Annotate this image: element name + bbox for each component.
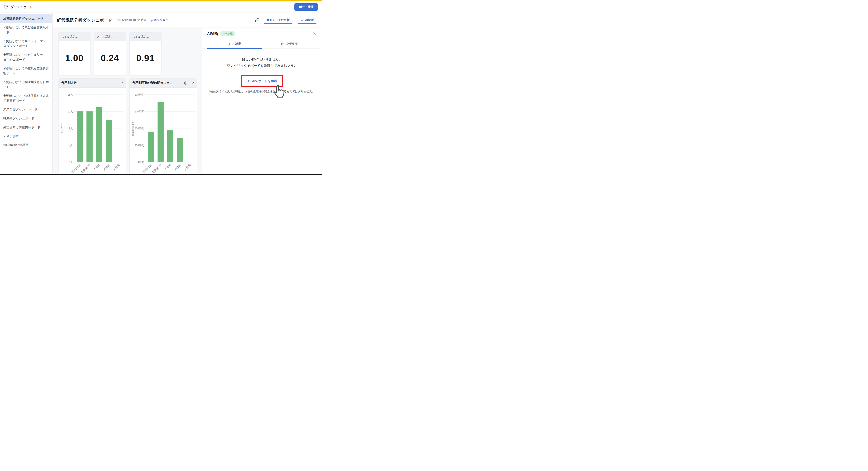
panel-lead-line-1: 難しい操作はいりません。 xyxy=(202,56,322,62)
share-link-icon[interactable] xyxy=(255,18,259,22)
sidebar-board-item-4[interactable]: ※更新しないで※長期経営課題分析ボード xyxy=(0,64,52,78)
ai-diagnosis-panel: AI診断 ベータ版 xyxy=(202,28,322,174)
sidebar-board-item-0[interactable]: 経営課題分析ダッシュボード xyxy=(0,14,52,23)
kpi-card-title: スキル認定... xyxy=(130,32,161,41)
sidebar-board-item-7[interactable]: 未来予測ダッシュボード xyxy=(0,105,52,114)
svg-text:0時間: 0時間 xyxy=(137,161,144,164)
sparkle-icon xyxy=(300,19,304,22)
app-logo: ダッシュボード xyxy=(4,4,33,9)
svg-text:8人: 8人 xyxy=(69,127,73,130)
svg-text:600時間: 600時間 xyxy=(134,110,144,113)
sparkle-icon xyxy=(228,42,231,46)
kpi-card-skill-3[interactable]: スキル認定... 0.91 xyxy=(129,32,161,75)
svg-text:0人: 0人 xyxy=(69,161,73,164)
dashboard-monitor-icon xyxy=(4,4,9,9)
kpi-card-skill-1[interactable]: スキル認定... 1.00 xyxy=(58,32,90,75)
sidebar-board-item-6[interactable]: ※更新しないで※経営層向け未来予測共有ボード xyxy=(0,91,52,105)
sidebar-board-item-3[interactable]: ※更新しないで※セキュリティダッシュボード xyxy=(0,50,52,64)
kpi-card-skill-2[interactable]: スキル認定... 0.24 xyxy=(94,32,126,75)
sidebar-board-item-1[interactable]: ※更新しないで※全社品質状況ボード xyxy=(0,23,52,37)
svg-text:4人: 4人 xyxy=(69,144,73,147)
svg-text:未所属: 未所属 xyxy=(184,164,191,171)
kpi-card-value: 1.00 xyxy=(59,41,90,75)
svg-text:経理部: 経理部 xyxy=(103,164,110,171)
chart-card-overtime[interactable]: 部門別平均残業時間ガジェ... xyxy=(129,78,197,174)
show-history-link[interactable]: 履歴を表示 xyxy=(150,18,168,22)
panel-tabs: AI診断 診断履歴 xyxy=(202,39,322,49)
svg-text:人事部: 人事部 xyxy=(93,164,101,171)
kpi-card-value: 0.91 xyxy=(130,41,161,75)
close-icon[interactable] xyxy=(313,32,317,35)
bar-chart-overtime: 残業時間平均0時間200時間400時間600時間800時間営業第1部営業第2部人… xyxy=(130,88,197,174)
svg-text:400時間: 400時間 xyxy=(134,127,144,130)
sidebar-board-item-2[interactable]: ※更新しないで※パフォーマンスダッシュボード xyxy=(0,37,52,50)
tab-ai-diagnosis[interactable]: AI診断 xyxy=(207,39,262,49)
app-title: ダッシュボード xyxy=(11,5,33,9)
svg-text:200時間: 200時間 xyxy=(134,144,144,147)
bar-chart-member-count: メンバー0人4人8人12人16人営業第1部営業第2部人事部経理部未所属 xyxy=(59,88,126,174)
panel-title: AI診断 xyxy=(207,31,218,36)
svg-text:経理部: 経理部 xyxy=(174,164,181,171)
app-header: ダッシュボード ボード管理 xyxy=(0,1,322,13)
history-clock-icon xyxy=(150,19,153,22)
tutorial-highlight-box: AIでボードを診断 xyxy=(241,75,283,87)
kpi-card-title: スキル認定... xyxy=(59,32,90,41)
kpi-card-title: スキル認定... xyxy=(94,32,126,41)
board-canvas: スキル認定... 1.00 スキル認定... 0.24 スキル認定... 0.9… xyxy=(53,28,202,174)
dashboard-app-window: ダッシュボード ボード管理 経営課題分析ダッシュボード※更新しないで※全社品質状… xyxy=(0,0,322,175)
expand-icon[interactable] xyxy=(190,81,194,85)
sidebar-board-item-11[interactable]: 2025年度組織状態 xyxy=(0,140,52,149)
data-timestamp: 2025/12/18 10:52 時点 xyxy=(117,18,146,22)
chart-card-member-count[interactable]: 部門別人数 メンバー0人4人8人12人16人営業第1部営業第2部人事部経理部未所… xyxy=(58,78,126,174)
svg-text:残業時間平均: 残業時間平均 xyxy=(131,121,134,136)
ai-disclaimer-note: ※生成AIが作成した診断は、内容の正確性や完全性を保証するものではありません。 xyxy=(202,90,322,93)
panel-lead-line-2: ワンクリックでボードを診断してみましょう。 xyxy=(202,62,322,69)
svg-text:営業第1部: 営業第1部 xyxy=(142,164,152,174)
svg-text:メンバー: メンバー xyxy=(60,123,63,134)
kpi-card-value: 0.24 xyxy=(94,41,126,75)
sidebar-board-item-8[interactable]: 時系列ダッシュボード xyxy=(0,114,52,123)
svg-text:営業第2部: 営業第2部 xyxy=(152,164,162,174)
svg-text:16人: 16人 xyxy=(68,93,73,96)
chart-title: 部門別平均残業時間ガジェ... xyxy=(132,81,181,85)
history-clock-icon xyxy=(281,42,284,46)
board-manage-button[interactable]: ボード管理 xyxy=(294,3,318,11)
board-header: 経営課題分析ダッシュボード 2025/12/18 10:52 時点 履歴を表示 xyxy=(53,13,322,28)
diagnose-board-button[interactable]: AIでボードを診断 xyxy=(243,77,281,85)
sparkle-icon xyxy=(247,79,250,83)
sidebar-board-item-10[interactable]: 未来予測ボード xyxy=(0,131,52,140)
sidebar-board-item-5[interactable]: ※更新しないで※経営課題分析ボード xyxy=(0,78,52,91)
beta-badge: ベータ版 xyxy=(220,31,235,36)
chart-title: 部門別人数 xyxy=(61,81,117,85)
svg-text:800時間: 800時間 xyxy=(134,93,144,96)
expand-icon[interactable] xyxy=(119,81,123,85)
refresh-data-button[interactable]: 最新データに更新 xyxy=(263,17,293,24)
tab-diagnosis-history[interactable]: 診断履歴 xyxy=(262,39,317,49)
board-title: 経営課題分析ダッシュボード xyxy=(57,18,113,23)
info-icon[interactable] xyxy=(184,81,188,85)
svg-text:12人: 12人 xyxy=(68,110,73,113)
svg-text:未所属: 未所属 xyxy=(113,164,120,171)
svg-text:営業第2部: 営業第2部 xyxy=(81,164,91,174)
svg-text:営業第1部: 営業第1部 xyxy=(71,164,81,174)
sidebar-board-item-9[interactable]: 経営層向け情報共有ボード xyxy=(0,123,52,131)
ai-diagnosis-button[interactable]: AI診断 xyxy=(297,17,317,24)
active-tab-underline xyxy=(207,48,262,49)
board-list-sidebar: 経営課題分析ダッシュボード※更新しないで※全社品質状況ボード※更新しないで※パフ… xyxy=(0,13,53,174)
svg-text:人事部: 人事部 xyxy=(164,164,172,171)
